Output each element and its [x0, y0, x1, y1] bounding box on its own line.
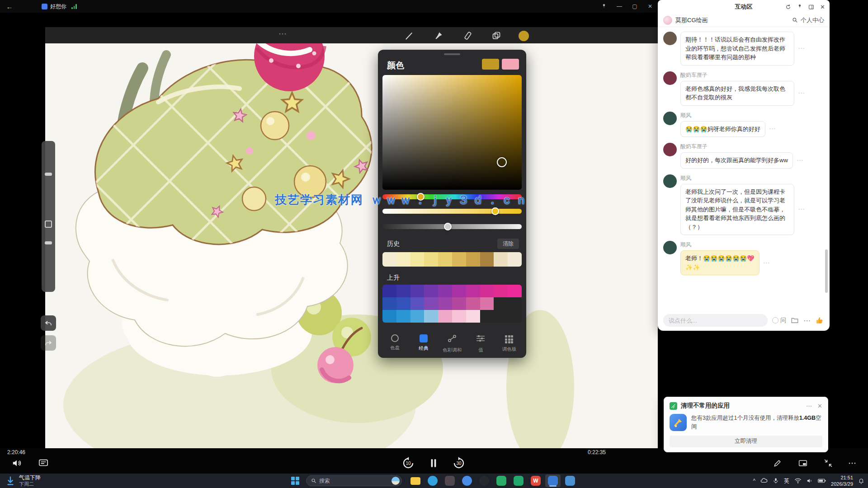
- start-button[interactable]: [288, 474, 303, 487]
- palette-cell[interactable]: [452, 285, 466, 297]
- brightness-slider-knob[interactable]: [444, 223, 452, 230]
- minimize-button[interactable]: —: [612, 0, 627, 13]
- history-swatch[interactable]: [466, 252, 480, 267]
- volume-icon[interactable]: [12, 458, 22, 468]
- palette-cell[interactable]: [438, 310, 452, 323]
- saturation-slider-knob[interactable]: [491, 207, 499, 215]
- search-icon[interactable]: [792, 17, 798, 23]
- picker-cursor[interactable]: [497, 157, 507, 167]
- opacity-slider[interactable]: [45, 241, 52, 244]
- palette-cell[interactable]: [480, 310, 494, 323]
- palette-cell[interactable]: [382, 310, 396, 323]
- message-more-icon[interactable]: ⋯: [798, 89, 805, 97]
- history-swatch[interactable]: [410, 252, 425, 267]
- brush-icon[interactable]: [404, 30, 415, 41]
- user-avatar[interactable]: [663, 174, 677, 188]
- like-icon[interactable]: [815, 316, 824, 325]
- danmaku-toggle-icon[interactable]: [38, 458, 49, 468]
- smudge-icon[interactable]: [433, 30, 444, 41]
- primary-color-swatch[interactable]: [482, 59, 499, 70]
- canvas[interactable]: [45, 43, 658, 448]
- user-avatar[interactable]: [663, 32, 677, 45]
- cloud-icon[interactable]: [760, 477, 768, 484]
- window-tab[interactable]: 好想你: [42, 3, 77, 10]
- palette-cell[interactable]: [466, 285, 480, 297]
- modify-button[interactable]: [45, 221, 52, 228]
- history-swatch[interactable]: [424, 252, 438, 267]
- tab-harmony[interactable]: 色彩调和: [438, 333, 466, 353]
- history-swatch[interactable]: [382, 252, 396, 267]
- battery-icon[interactable]: [818, 478, 826, 483]
- taskbar-app-browser[interactable]: [459, 474, 475, 487]
- tab-disc[interactable]: 色盘: [381, 333, 409, 353]
- notification-close-icon[interactable]: ✕: [817, 403, 822, 409]
- exit-fullscreen-icon[interactable]: [824, 459, 833, 468]
- clear-history-button[interactable]: 清除: [497, 239, 519, 249]
- speaker-icon[interactable]: [807, 478, 813, 484]
- brightness-slider[interactable]: [382, 224, 522, 229]
- palette-cell[interactable]: [480, 285, 494, 297]
- close-chat-icon[interactable]: ✕: [820, 4, 825, 10]
- chat-more-icon[interactable]: ⋯: [803, 316, 811, 325]
- palette-cell[interactable]: [382, 285, 396, 297]
- palette-cell[interactable]: [494, 297, 508, 310]
- eraser-icon[interactable]: [462, 30, 473, 41]
- annotate-pencil-icon[interactable]: [773, 459, 782, 468]
- palette-cell[interactable]: [452, 297, 466, 310]
- taskbar-app-wechat[interactable]: [494, 474, 509, 487]
- panel-drag-handle[interactable]: [444, 53, 460, 55]
- tab-palettes[interactable]: 调色板: [495, 333, 524, 353]
- user-avatar[interactable]: [663, 241, 677, 254]
- folder-icon[interactable]: [791, 316, 799, 324]
- palette-cell[interactable]: [438, 285, 452, 297]
- close-button[interactable]: ✕: [642, 0, 658, 13]
- redo-button[interactable]: [41, 335, 56, 351]
- palette-cell[interactable]: [494, 310, 508, 323]
- personal-center-link[interactable]: 个人中心: [801, 16, 824, 24]
- palette-cell[interactable]: [424, 297, 438, 310]
- palette-cell[interactable]: [494, 285, 508, 297]
- message-more-icon[interactable]: ⋯: [769, 125, 776, 133]
- clean-now-button[interactable]: 立即清理: [670, 436, 822, 447]
- history-swatch[interactable]: [452, 252, 466, 267]
- player-more-icon[interactable]: ⋯: [848, 458, 856, 468]
- user-avatar[interactable]: [663, 143, 677, 156]
- taskbar-clock[interactable]: 21:51 2026/3/29: [831, 474, 853, 488]
- saturation-slider[interactable]: [382, 209, 522, 214]
- taskbar-app-file-explorer[interactable]: [408, 474, 423, 487]
- palette-cell[interactable]: [396, 310, 410, 323]
- taskbar-app-notes-app[interactable]: [562, 474, 578, 487]
- history-swatch[interactable]: [508, 252, 522, 267]
- taskbar-app-media-app[interactable]: [442, 474, 458, 487]
- back-button[interactable]: ←: [0, 3, 19, 10]
- layers-icon[interactable]: [491, 30, 502, 41]
- secondary-color-swatch[interactable]: [502, 59, 519, 70]
- palette-cell[interactable]: [396, 297, 410, 310]
- hue-slider-knob[interactable]: [417, 193, 425, 201]
- message-more-icon[interactable]: ⋯: [798, 205, 805, 213]
- taskbar-app-edge-browser[interactable]: [425, 474, 440, 487]
- channel-avatar[interactable]: [663, 16, 672, 25]
- palette-cell[interactable]: [466, 297, 480, 310]
- notification-bell-icon[interactable]: [858, 478, 864, 484]
- brush-size-slider[interactable]: [45, 173, 52, 176]
- pin-icon[interactable]: [596, 0, 612, 13]
- history-swatch[interactable]: [494, 252, 508, 267]
- palette-cell[interactable]: [480, 297, 494, 310]
- taskbar-app-qq[interactable]: [476, 474, 492, 487]
- user-avatar[interactable]: [663, 112, 677, 125]
- history-swatch[interactable]: [438, 252, 452, 267]
- palette-cell[interactable]: [466, 310, 480, 323]
- taskbar-search-input[interactable]: [319, 478, 389, 484]
- refresh-icon[interactable]: [785, 4, 791, 10]
- maximize-button[interactable]: ▢: [627, 0, 642, 13]
- palette-cell[interactable]: [410, 285, 425, 297]
- weather-widget[interactable]: 气温下降 下周二: [0, 474, 46, 488]
- tray-overflow-icon[interactable]: ^: [753, 478, 755, 484]
- active-color-icon[interactable]: [518, 30, 529, 41]
- mic-icon[interactable]: [773, 478, 779, 484]
- palette-cell[interactable]: [396, 285, 410, 297]
- user-avatar[interactable]: [663, 71, 677, 85]
- rewind-10-button[interactable]: 10: [401, 456, 415, 470]
- palette-cell[interactable]: [410, 310, 425, 323]
